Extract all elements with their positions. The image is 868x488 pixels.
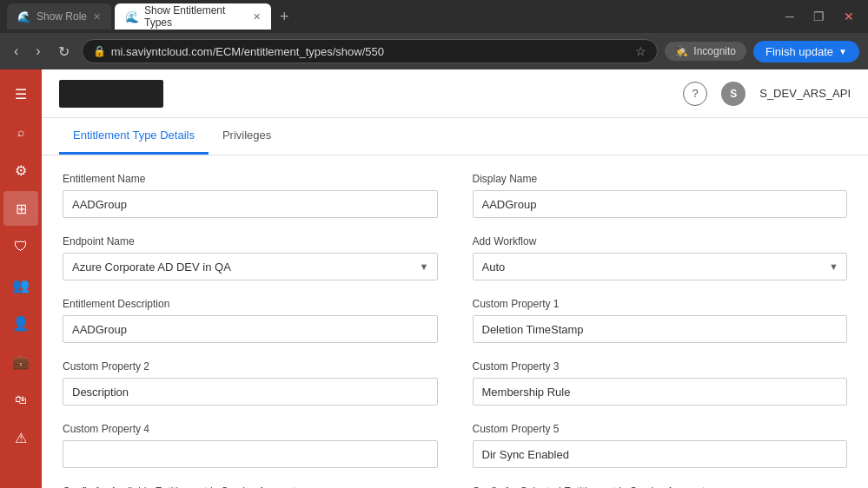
add-workflow-field: Add Workflow Auto ▼ — [473, 235, 848, 280]
chevron-down-icon: ▼ — [838, 47, 847, 56]
tab-close-show-role[interactable]: ✕ — [93, 11, 101, 23]
custom-property-3-input[interactable] — [473, 378, 848, 406]
sidebar-item-settings[interactable]: ⚙ — [3, 153, 38, 188]
custom-property-1-label: Custom Property 1 — [473, 298, 848, 310]
main-layout: ☰ ⌕ ⚙ ⊞ 🛡 👥 👤 💼 🛍 ⚠ ? S S_DEV_ARS_API — [0, 69, 868, 488]
custom-property-5-label: Custom Property 5 — [473, 423, 848, 435]
user-name: S_DEV_ARS_API — [759, 87, 851, 100]
content-area: ? S S_DEV_ARS_API Entitlement Type Detai… — [42, 69, 868, 488]
page-tabs: Entitlement Type Details Privileges — [42, 118, 868, 155]
forward-button[interactable]: › — [30, 40, 45, 63]
incognito-icon: 🕵 — [675, 45, 688, 57]
endpoint-name-label: Endpoint Name — [63, 235, 438, 247]
incognito-label: Incognito — [693, 45, 736, 57]
form-area: Entitlement Name Display Name Endpoint N… — [42, 155, 868, 488]
endpoint-name-field: Endpoint Name Azure Corporate AD DEV in … — [63, 235, 438, 280]
company-logo — [59, 80, 163, 108]
entitlement-name-field: Entitlement Name — [63, 173, 438, 218]
finish-update-button[interactable]: Finish update ▼ — [753, 41, 859, 63]
tab-show-entitlement-types[interactable]: 🌊 Show Entitlement Types ✕ — [115, 3, 271, 30]
entitlement-name-label: Entitlement Name — [63, 173, 438, 185]
tab-entitlement-type-details[interactable]: Entitlement Type Details — [59, 118, 209, 155]
sidebar-item-bag[interactable]: 🛍 — [3, 382, 38, 417]
content-topbar: ? S S_DEV_ARS_API — [42, 69, 868, 118]
custom-property-3-label: Custom Property 3 — [473, 360, 848, 373]
custom-property-4-field: Custom Property 4 — [63, 423, 438, 468]
help-button[interactable]: ? — [683, 82, 707, 106]
custom-property-2-input[interactable] — [63, 378, 438, 406]
sidebar-item-search[interactable]: ⌕ — [3, 115, 38, 149]
entitlement-name-input[interactable] — [63, 190, 438, 218]
custom-property-3-field: Custom Property 3 — [473, 360, 848, 406]
sidebar-item-briefcase[interactable]: 💼 — [3, 344, 38, 379]
address-text: mi.saviyntcloud.com/ECM/entitlement_type… — [111, 45, 631, 58]
back-button[interactable]: ‹ — [9, 40, 23, 63]
display-name-input[interactable] — [473, 190, 848, 218]
incognito-button[interactable]: 🕵 Incognito — [665, 42, 746, 61]
custom-property-4-input[interactable] — [63, 440, 438, 468]
browser-chrome: 🌊 Show Role ✕ 🌊 Show Entitlement Types ✕… — [0, 0, 868, 33]
custom-property-5-input[interactable] — [473, 440, 848, 468]
entitlement-description-input[interactable] — [63, 315, 438, 343]
custom-property-2-field: Custom Property 2 — [63, 360, 438, 406]
add-workflow-select[interactable]: Auto — [473, 253, 848, 280]
tab-label: Show Role — [36, 10, 87, 23]
lock-icon: 🔒 — [93, 45, 106, 57]
close-button[interactable]: ✕ — [837, 6, 861, 27]
minimize-button[interactable]: ─ — [779, 6, 801, 27]
tab-show-role[interactable]: 🌊 Show Role ✕ — [7, 3, 111, 30]
address-row: ‹ › ↻ 🔒 mi.saviyntcloud.com/ECM/entitlem… — [0, 33, 868, 69]
tab-icon: 🌊 — [17, 10, 31, 23]
sidebar-item-security[interactable]: 🛡 — [3, 229, 38, 264]
sidebar-item-person[interactable]: 👤 — [3, 306, 38, 340]
sidebar: ☰ ⌕ ⚙ ⊞ 🛡 👥 👤 💼 🛍 ⚠ — [0, 69, 42, 488]
entitlement-description-field: Entitlement Description — [63, 298, 438, 343]
add-workflow-label: Add Workflow — [473, 235, 848, 247]
tab-privileges[interactable]: Privileges — [209, 118, 285, 155]
finish-update-label: Finish update — [765, 45, 833, 58]
entitlement-description-label: Entitlement Description — [63, 298, 438, 310]
display-name-field: Display Name — [473, 173, 848, 218]
custom-property-1-input[interactable] — [473, 315, 848, 343]
bookmark-icon[interactable]: ☆ — [635, 44, 646, 58]
custom-property-5-field: Custom Property 5 — [473, 423, 848, 468]
form-grid: Entitlement Name Display Name Endpoint N… — [63, 173, 847, 488]
address-bar[interactable]: 🔒 mi.saviyntcloud.com/ECM/entitlement_ty… — [82, 39, 659, 63]
tab-close-entitlement[interactable]: ✕ — [253, 11, 261, 23]
sidebar-item-dashboard[interactable]: ⊞ — [3, 191, 38, 226]
endpoint-name-select-wrapper: Azure Corporate AD DEV in QA ▼ — [63, 253, 438, 280]
user-avatar: S — [721, 82, 745, 106]
sidebar-item-menu[interactable]: ☰ — [3, 76, 38, 111]
custom-property-1-field: Custom Property 1 — [473, 298, 848, 343]
endpoint-name-select[interactable]: Azure Corporate AD DEV in QA — [63, 253, 438, 280]
tab-label: Show Entitlement Types — [144, 4, 248, 29]
custom-property-4-label: Custom Property 4 — [63, 423, 438, 435]
tab-icon: 🌊 — [125, 10, 139, 23]
sidebar-item-alert[interactable]: ⚠ — [3, 420, 38, 455]
browser-controls: ─ ❐ ✕ — [779, 6, 861, 27]
add-workflow-select-wrapper: Auto ▼ — [473, 253, 848, 280]
custom-property-2-label: Custom Property 2 — [63, 360, 438, 373]
display-name-label: Display Name — [473, 173, 848, 185]
new-tab-button[interactable]: + — [275, 8, 295, 26]
sidebar-item-users[interactable]: 👥 — [3, 267, 38, 302]
maximize-button[interactable]: ❐ — [806, 6, 832, 27]
topbar-right: ? S S_DEV_ARS_API — [683, 82, 851, 106]
reload-button[interactable]: ↻ — [53, 40, 75, 63]
help-icon: ? — [692, 87, 699, 100]
